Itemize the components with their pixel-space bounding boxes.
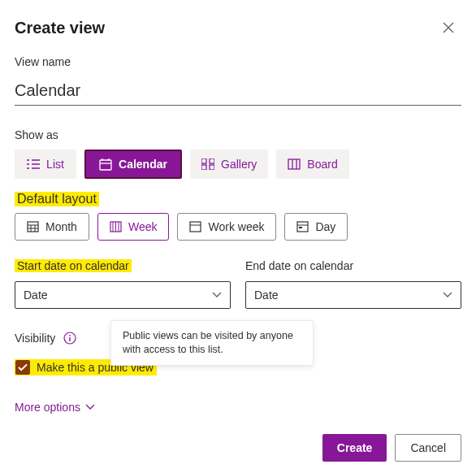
close-icon (443, 22, 454, 33)
show-as-gallery[interactable]: Gallery (190, 150, 268, 179)
week-icon (110, 221, 122, 232)
svg-rect-4 (210, 165, 214, 170)
svg-rect-3 (201, 165, 206, 170)
view-name-input[interactable] (15, 76, 461, 106)
svg-rect-2 (210, 158, 214, 163)
close-button[interactable] (435, 15, 461, 41)
dialog-title: Create view (15, 19, 105, 37)
checkmark-icon (18, 363, 28, 371)
layout-workweek-label: Work week (208, 220, 264, 233)
day-icon (296, 221, 309, 232)
list-icon (27, 158, 40, 170)
svg-rect-9 (297, 222, 308, 232)
svg-rect-6 (28, 222, 38, 232)
show-as-board-label: Board (307, 158, 337, 171)
svg-rect-10 (299, 227, 302, 228)
svg-rect-0 (100, 160, 111, 170)
more-options-label: More options (15, 401, 80, 414)
cancel-button[interactable]: Cancel (395, 434, 461, 462)
info-icon[interactable] (63, 332, 76, 345)
end-date-select[interactable]: Date (245, 281, 461, 309)
end-date-value: Date (254, 289, 279, 302)
view-name-label: View name (15, 55, 461, 68)
create-button[interactable]: Create (322, 434, 387, 462)
svg-rect-1 (201, 158, 206, 163)
chevron-down-icon (85, 404, 95, 410)
svg-rect-5 (288, 159, 300, 169)
show-as-calendar[interactable]: Calendar (84, 150, 182, 179)
chevron-down-icon (212, 292, 222, 298)
layout-month-label: Month (45, 220, 77, 233)
visibility-tooltip: Public views can be visited by anyone wi… (110, 320, 314, 366)
end-date-label: End date on calendar (245, 259, 353, 272)
start-date-select[interactable]: Date (15, 281, 231, 309)
gallery-icon (201, 158, 214, 170)
layout-month[interactable]: Month (15, 213, 89, 241)
svg-rect-8 (190, 222, 201, 232)
chevron-down-icon (443, 292, 452, 298)
month-icon (27, 221, 39, 232)
more-options-toggle[interactable]: More options (15, 401, 95, 414)
show-as-calendar-label: Calendar (119, 158, 167, 171)
start-date-label: Start date on calendar (15, 259, 132, 272)
workweek-icon (189, 221, 201, 232)
layout-day-label: Day (315, 220, 335, 233)
show-as-gallery-label: Gallery (221, 158, 257, 171)
layout-workweek[interactable]: Work week (177, 213, 276, 241)
layout-week-label: Week (128, 220, 158, 233)
board-icon (288, 158, 301, 170)
public-view-checkbox[interactable] (15, 360, 30, 375)
layout-week[interactable]: Week (97, 213, 170, 241)
calendar-icon (99, 158, 112, 171)
default-layout-label: Default layout (15, 192, 99, 206)
show-as-board[interactable]: Board (276, 150, 348, 179)
start-date-value: Date (24, 289, 48, 302)
layout-day[interactable]: Day (284, 213, 348, 241)
show-as-list[interactable]: List (15, 150, 76, 179)
visibility-label: Visibility (15, 332, 55, 345)
svg-point-12 (69, 335, 71, 336)
show-as-label: Show as (15, 128, 461, 141)
show-as-list-label: List (46, 158, 64, 171)
